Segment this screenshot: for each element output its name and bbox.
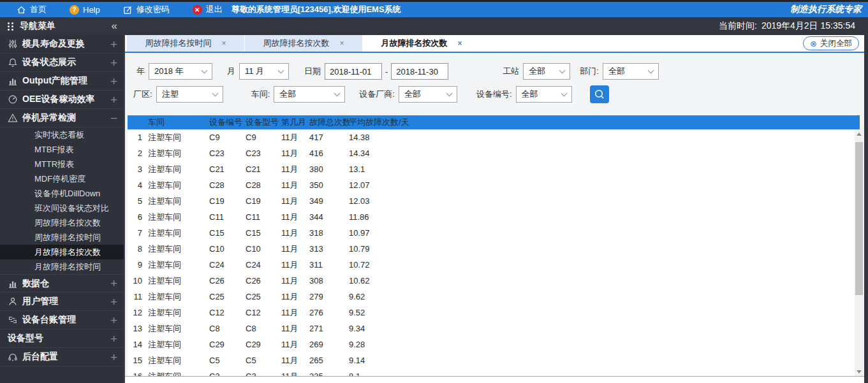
- table-row[interactable]: 13注塑车间C8C811月2719.34: [128, 321, 860, 336]
- close-icon[interactable]: ×: [457, 39, 462, 48]
- table-row[interactable]: 11注塑车间C25C2511月2799.62: [128, 289, 860, 305]
- table-row[interactable]: 12注塑车间C12C1211月2769.52: [128, 305, 860, 321]
- table-row[interactable]: 9注塑车间C24C2411月31110.72: [128, 257, 860, 273]
- sidebar-item-mttr-report[interactable]: MTTR报表: [0, 157, 125, 171]
- chevron-down-icon: [212, 90, 218, 96]
- workshop-select[interactable]: 全部: [274, 86, 345, 103]
- table-cell: 注塑车间: [144, 336, 205, 352]
- sidebar-group-device-model[interactable]: 设备型号 +: [0, 329, 125, 348]
- sidebar-item-mtbf-report[interactable]: MTBF报表: [0, 142, 125, 157]
- table-row[interactable]: 16注塑车间C3C311月2358.1: [128, 368, 860, 376]
- month-select-value: 11 月: [245, 66, 264, 77]
- table-row[interactable]: 8注塑车间C10C1011月31310.79: [128, 241, 860, 257]
- gauge-icon: [8, 94, 18, 105]
- expand-icon[interactable]: +: [110, 75, 117, 87]
- sidebar-group-downtime[interactable]: 停机异常检测 −: [0, 109, 125, 127]
- table-cell: C5: [242, 352, 277, 368]
- home-button[interactable]: 首页: [17, 4, 47, 15]
- sidebar-group-user-management[interactable]: 用户管理 +: [0, 293, 125, 311]
- sidebar-group-mold-life[interactable]: 模具寿命及更换 +: [0, 35, 125, 54]
- table-row[interactable]: 14注塑车间C29C2911月2699.28: [128, 336, 860, 352]
- column-header-total-faults: 故障总次数: [305, 115, 345, 129]
- table-row[interactable]: 1注塑车间C9C911月41714.38: [128, 129, 860, 145]
- scroll-up-arrow-icon[interactable]: [855, 129, 864, 138]
- search-button[interactable]: [590, 85, 609, 103]
- vendor-select[interactable]: 全部: [399, 86, 457, 103]
- sidebar-group-backend-config[interactable]: 后台配置 +: [0, 348, 125, 366]
- table-cell: 265: [305, 352, 345, 368]
- chevron-down-icon: [446, 90, 452, 96]
- table-row[interactable]: 15注塑车间C5C511月2659.14: [128, 352, 860, 368]
- sidebar-item-shift-compare[interactable]: 班次间设备状态对比: [0, 201, 125, 215]
- sidebar-group-oee[interactable]: OEE设备稼动效率 +: [0, 90, 125, 109]
- scrollbar-thumb[interactable]: [855, 142, 863, 295]
- device-no-select[interactable]: 全部: [516, 86, 572, 103]
- help-button[interactable]: ? Help: [70, 5, 100, 15]
- table-cell: C9: [205, 129, 242, 145]
- expand-icon[interactable]: +: [110, 38, 117, 50]
- tab-month-rank-count[interactable]: 月故障排名按次数 ×: [363, 35, 481, 52]
- sidebar-group-data-warehouse[interactable]: 数据仓 +: [0, 274, 125, 293]
- table-cell: 注塑车间: [144, 368, 205, 376]
- close-all-label: 关闭全部: [820, 38, 852, 49]
- table-scrollbar[interactable]: [855, 129, 864, 376]
- table-cell: 11月: [277, 193, 305, 209]
- expand-icon[interactable]: +: [110, 277, 117, 289]
- month-select[interactable]: 11 月: [239, 63, 289, 80]
- table-row[interactable]: 5注塑车间C19C1911月34912.03: [128, 193, 860, 209]
- tab-label: 周故障排名按次数: [263, 38, 329, 49]
- sidebar-group-device-status[interactable]: 设备状态展示 +: [0, 54, 125, 72]
- table-cell: 注塑车间: [144, 273, 205, 289]
- expand-icon[interactable]: +: [110, 57, 117, 69]
- table-row[interactable]: 4注塑车间C28C2811月35012.07: [128, 177, 860, 193]
- sidebar-item-month-rank-time[interactable]: 月故障排名按时间: [0, 259, 125, 274]
- chevron-down-icon: [648, 67, 654, 73]
- date-to-input[interactable]: [391, 63, 448, 80]
- sidebar-group-label: 设备状态展示: [22, 57, 76, 68]
- expand-icon[interactable]: +: [110, 94, 117, 106]
- table-row[interactable]: 3注塑车间C21C2111月38013.1: [128, 161, 860, 177]
- table-row[interactable]: 2注塑车间C23C2311月41614.34: [128, 145, 860, 161]
- table-row[interactable]: 6注塑车间C11C1111月34411.86: [128, 209, 860, 225]
- table-cell: 8: [128, 241, 144, 257]
- factory-select[interactable]: 注塑: [156, 86, 223, 103]
- expand-icon[interactable]: +: [110, 296, 117, 308]
- table-cell: 11月: [277, 257, 305, 273]
- headset-icon: [8, 352, 18, 362]
- scroll-down-arrow-icon[interactable]: [855, 367, 864, 376]
- table-cell: 11月: [277, 177, 305, 193]
- sidebar-item-week-rank-time[interactable]: 周故障排名按时间: [0, 230, 125, 245]
- sidebar-item-drilldown[interactable]: 设备停机DillDown: [0, 186, 125, 201]
- sidebar-item-week-rank-count[interactable]: 周故障排名按次数: [0, 215, 125, 230]
- expand-icon[interactable]: +: [110, 333, 117, 345]
- sidebar-group-output[interactable]: Output产能管理 +: [0, 72, 125, 90]
- device-no-label: 设备编号:: [476, 89, 512, 100]
- expand-icon[interactable]: +: [110, 314, 117, 326]
- close-icon[interactable]: ×: [339, 39, 344, 48]
- chevron-down-icon: [202, 67, 208, 73]
- collapse-icon[interactable]: −: [110, 112, 117, 124]
- year-select[interactable]: 2018 年: [149, 63, 212, 80]
- sidebar-group-equipment-ledger[interactable]: 设备台账管理 +: [0, 311, 125, 329]
- ledger-icon: [8, 315, 18, 325]
- table-row[interactable]: 7注塑车间C15C1511月31810.97: [128, 225, 860, 241]
- sidebar-item-month-rank-count[interactable]: 月故障排名按次数: [0, 245, 125, 259]
- department-select[interactable]: 全部: [603, 63, 659, 80]
- table-cell: C11: [205, 209, 242, 225]
- table-row[interactable]: 10注塑车间C26C2611月30810.62: [128, 273, 860, 289]
- tab-week-rank-time[interactable]: 周故障排名按时间 ×: [127, 35, 245, 52]
- table-cell: 271: [305, 321, 345, 336]
- logout-button[interactable]: ✕ 退出: [193, 4, 223, 15]
- sidebar-item-mdf-density[interactable]: MDF停机密度: [0, 171, 125, 186]
- close-all-tabs-button[interactable]: ⊗ 关闭全部: [803, 36, 859, 50]
- tab-week-rank-count[interactable]: 周故障排名按次数 ×: [245, 35, 363, 52]
- collapse-sidebar-button[interactable]: «: [112, 20, 117, 33]
- close-icon[interactable]: ×: [221, 39, 226, 48]
- table-cell: 9.34: [345, 321, 860, 336]
- station-select[interactable]: 全部: [523, 63, 570, 80]
- change-password-button[interactable]: 修改密码: [123, 4, 170, 15]
- sidebar-item-realtime-board[interactable]: 实时状态看板: [0, 127, 125, 142]
- date-from-input[interactable]: [325, 63, 382, 80]
- table-cell: 9.14: [345, 352, 860, 368]
- expand-icon[interactable]: +: [110, 351, 117, 363]
